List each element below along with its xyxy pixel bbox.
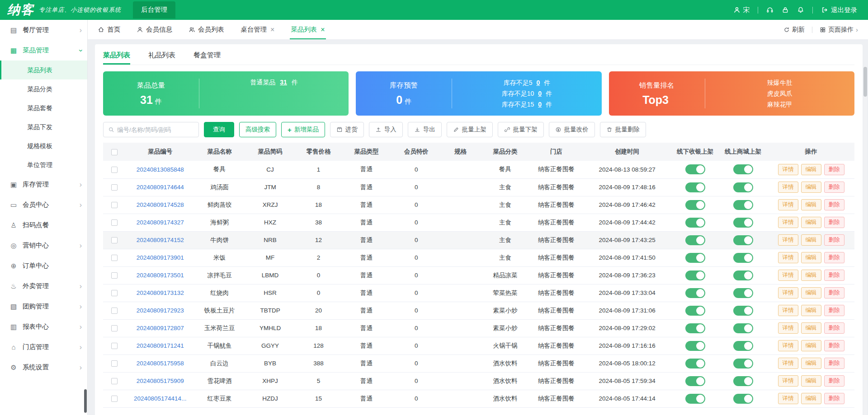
nav-tab[interactable]: 会员列表 [189, 20, 224, 39]
offline-pos-toggle[interactable] [685, 164, 705, 174]
batch-delete-button[interactable]: 批量删除 [600, 122, 646, 137]
detail-button[interactable]: 详情 [778, 234, 798, 246]
row-checkbox[interactable] [111, 255, 118, 261]
offline-pos-toggle[interactable] [685, 288, 705, 298]
edit-button[interactable]: 编辑 [801, 322, 821, 334]
stock-warning-row[interactable]: 库存不足100件 [502, 89, 552, 98]
row-checkbox[interactable] [111, 290, 118, 296]
edit-button[interactable]: 编辑 [801, 164, 821, 175]
online-mall-toggle[interactable] [733, 235, 753, 245]
detail-button[interactable]: 详情 [778, 199, 798, 210]
edit-button[interactable]: 编辑 [801, 287, 821, 298]
offline-pos-toggle[interactable] [685, 200, 705, 210]
detail-button[interactable]: 详情 [778, 393, 798, 404]
sidebar-item[interactable]: ▧团购管理› [0, 296, 87, 317]
online-mall-toggle[interactable] [733, 164, 753, 174]
sidebar-item[interactable]: ⊕订单中心 [0, 256, 87, 276]
dish-id-link[interactable]: 20240805175909 [137, 378, 184, 384]
delete-button[interactable]: 删除 [824, 234, 844, 246]
row-checkbox[interactable] [111, 343, 118, 349]
delete-button[interactable]: 删除 [824, 199, 844, 210]
import-button[interactable]: 导入 [369, 122, 403, 137]
online-mall-toggle[interactable] [733, 323, 753, 333]
sidebar-subitem[interactable]: 菜品下发 [0, 117, 87, 136]
dish-id-link[interactable]: 20240809172923 [137, 307, 184, 314]
select-all-checkbox[interactable] [111, 149, 118, 155]
logout-button[interactable]: 退出登录 [821, 6, 857, 14]
detail-button[interactable]: 详情 [778, 270, 798, 281]
delete-button[interactable]: 删除 [824, 305, 844, 316]
purchase-button[interactable]: 进货 [330, 122, 364, 137]
edit-button[interactable]: 编辑 [801, 270, 821, 281]
row-checkbox[interactable] [111, 325, 118, 331]
offline-pos-toggle[interactable] [685, 253, 705, 263]
delete-button[interactable]: 删除 [824, 164, 844, 175]
page-tab[interactable]: 餐盒管理 [193, 47, 221, 65]
online-mall-toggle[interactable] [733, 182, 753, 192]
sidebar-item[interactable]: ♙扫码点餐 [0, 215, 87, 235]
dish-id-link[interactable]: 20240809173901 [137, 254, 184, 261]
sidebar-item[interactable]: ▦菜品管理› [0, 40, 87, 61]
offline-pos-toggle[interactable] [685, 323, 705, 333]
dish-id-link[interactable]: 20240805174414... [134, 395, 186, 402]
detail-button[interactable]: 详情 [778, 164, 798, 175]
delete-button[interactable]: 删除 [824, 270, 844, 281]
close-tab-icon[interactable]: × [321, 26, 325, 33]
detail-button[interactable]: 详情 [778, 252, 798, 263]
edit-button[interactable]: 编辑 [801, 340, 821, 351]
admin-button[interactable]: 后台管理 [133, 1, 175, 19]
edit-button[interactable]: 编辑 [801, 182, 821, 193]
stock-warning-row[interactable]: 库存不足50件 [504, 78, 551, 87]
offline-pos-toggle[interactable] [685, 359, 705, 368]
sidebar-item[interactable]: ▥报表中心› [0, 317, 87, 337]
sidebar-item[interactable]: ◎营销中心› [0, 235, 87, 256]
advanced-search-button[interactable]: 高级搜索 [239, 122, 276, 137]
nav-tab[interactable]: 桌台管理× [241, 20, 274, 39]
add-dish-button[interactable]: +新增菜品 [281, 122, 325, 137]
online-mall-toggle[interactable] [733, 394, 753, 404]
row-checkbox[interactable] [111, 378, 118, 384]
dish-id-link[interactable]: 20240805175958 [137, 360, 184, 367]
detail-button[interactable]: 详情 [778, 340, 798, 351]
offline-pos-toggle[interactable] [685, 235, 705, 245]
edit-button[interactable]: 编辑 [801, 217, 821, 228]
delete-button[interactable]: 删除 [824, 322, 844, 334]
sidebar-item[interactable]: ⚙系统设置› [0, 357, 87, 378]
sidebar-subitem[interactable]: 菜品分类 [0, 79, 87, 98]
row-checkbox[interactable] [111, 272, 118, 279]
batch-reprice-button[interactable]: 批量改价 [549, 122, 595, 137]
page-tab[interactable]: 菜品列表 [103, 47, 130, 65]
sidebar-item[interactable]: ▭会员中心› [0, 195, 87, 215]
sidebar-subitem[interactable]: 规格模板 [0, 136, 87, 155]
row-checkbox[interactable] [111, 167, 118, 173]
dish-id-link[interactable]: 20240809173501 [137, 272, 184, 279]
detail-button[interactable]: 详情 [778, 322, 798, 334]
page-ops-button[interactable]: 页面操作 › [820, 26, 858, 34]
delete-button[interactable]: 删除 [824, 252, 844, 263]
nav-tab[interactable]: 首页 [98, 20, 120, 39]
online-mall-toggle[interactable] [733, 376, 753, 386]
online-mall-toggle[interactable] [733, 218, 753, 228]
dish-id-link[interactable]: 20240809174528 [137, 201, 184, 208]
delete-button[interactable]: 删除 [824, 182, 844, 193]
dish-id-link[interactable]: 20240809172807 [137, 325, 184, 331]
online-mall-toggle[interactable] [733, 200, 753, 210]
dish-id-link[interactable]: 20240813085848 [137, 166, 184, 173]
edit-button[interactable]: 编辑 [801, 393, 821, 404]
offline-pos-toggle[interactable] [685, 270, 705, 280]
content-scrollbar[interactable] [863, 66, 867, 415]
detail-button[interactable]: 详情 [778, 217, 798, 228]
row-checkbox[interactable] [111, 396, 118, 402]
dish-id-link[interactable]: 20240809174327 [137, 219, 184, 226]
row-checkbox[interactable] [111, 237, 118, 243]
delete-button[interactable]: 删除 [824, 393, 844, 404]
page-tab[interactable]: 礼品列表 [148, 47, 175, 65]
sidebar-scrollbar-thumb[interactable] [84, 389, 87, 413]
user-menu[interactable]: 宋 [733, 6, 750, 14]
nav-tab[interactable]: 会员信息 [137, 20, 172, 39]
online-mall-toggle[interactable] [733, 341, 753, 351]
sidebar-item[interactable]: ⌂门店管理› [0, 337, 87, 357]
detail-button[interactable]: 详情 [778, 182, 798, 193]
dish-id-link[interactable]: 20240809171241 [137, 342, 184, 349]
delete-button[interactable]: 删除 [824, 358, 844, 369]
